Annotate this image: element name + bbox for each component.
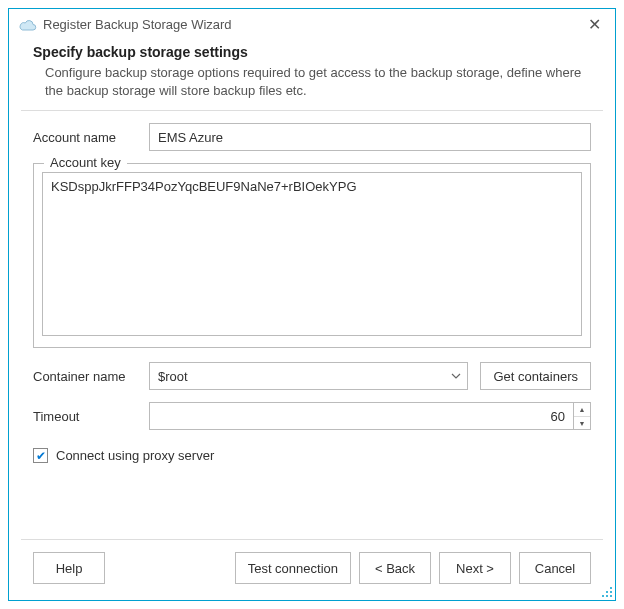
header-separator [21,110,603,111]
footer: Help Test connection < Back Next > Cance… [9,540,615,600]
page-description: Configure backup storage options require… [33,64,591,100]
titlebar: Register Backup Storage Wizard ✕ [9,9,615,40]
timeout-label: Timeout [33,409,137,424]
cloud-icon [19,18,37,32]
page-heading: Specify backup storage settings [33,44,591,60]
wizard-window: Register Backup Storage Wizard ✕ Specify… [8,8,616,601]
cancel-button[interactable]: Cancel [519,552,591,584]
next-button[interactable]: Next > [439,552,511,584]
svg-point-5 [610,595,612,597]
timeout-input[interactable] [149,402,573,430]
account-name-row: Account name [33,123,591,151]
test-connection-button[interactable]: Test connection [235,552,351,584]
help-button[interactable]: Help [33,552,105,584]
svg-point-0 [610,587,612,589]
content: Account name Account key Container name … [9,123,615,535]
close-button[interactable]: ✕ [584,15,605,34]
account-key-textarea[interactable] [42,172,582,336]
spinner-buttons: ▲ ▼ [573,402,591,430]
proxy-row: ✔ Connect using proxy server [33,448,591,463]
timeout-row: Timeout ▲ ▼ [33,402,591,430]
account-name-label: Account name [33,130,137,145]
container-name-combo[interactable] [149,362,468,390]
svg-point-2 [610,591,612,593]
spinner-down-button[interactable]: ▼ [574,417,590,430]
svg-point-4 [606,595,608,597]
chevron-down-icon[interactable] [445,363,467,389]
header: Specify backup storage settings Configur… [9,40,615,110]
account-key-label: Account key [44,155,127,170]
svg-point-3 [602,595,604,597]
window-title: Register Backup Storage Wizard [43,17,578,32]
account-name-input[interactable] [149,123,591,151]
container-row: Container name Get containers [33,362,591,390]
proxy-checkbox[interactable]: ✔ [33,448,48,463]
svg-point-1 [606,591,608,593]
resize-grip-icon[interactable] [601,586,613,598]
container-name-label: Container name [33,369,137,384]
timeout-spinner[interactable]: ▲ ▼ [149,402,591,430]
spinner-up-button[interactable]: ▲ [574,403,590,417]
account-key-fieldset: Account key [33,163,591,348]
container-name-input[interactable] [149,362,468,390]
get-containers-button[interactable]: Get containers [480,362,591,390]
back-button[interactable]: < Back [359,552,431,584]
proxy-label: Connect using proxy server [56,448,214,463]
